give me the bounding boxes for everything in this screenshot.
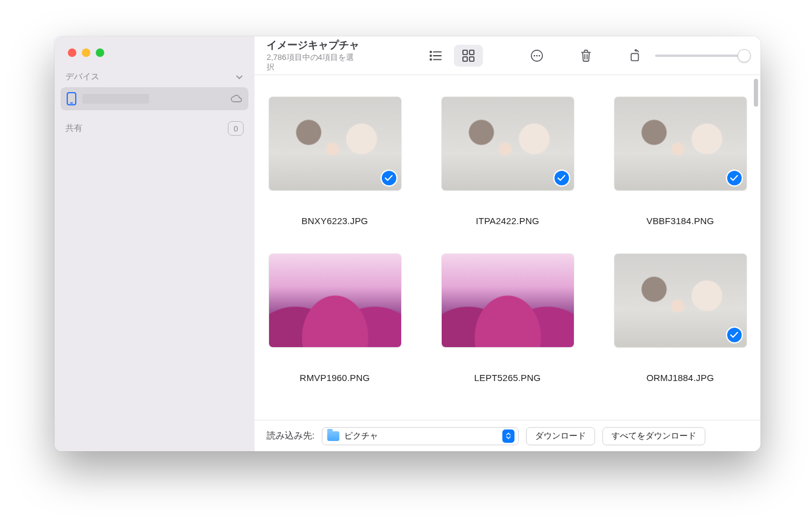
thumbnail-image[interactable] <box>442 97 574 190</box>
rotate-ccw-icon <box>628 49 642 62</box>
thumbnail-size-slider[interactable] <box>655 48 751 63</box>
delete-button[interactable] <box>572 45 599 67</box>
slider-thumb[interactable] <box>737 49 751 62</box>
window-controls <box>55 36 255 67</box>
svg-point-12 <box>536 55 537 56</box>
import-destination-value: ピクチャ <box>344 431 378 442</box>
more-actions-button[interactable] <box>523 45 550 67</box>
thumbnail-image[interactable] <box>442 254 574 347</box>
svg-point-0 <box>430 51 431 52</box>
list-icon <box>429 50 442 61</box>
select-stepper-icon <box>502 429 514 443</box>
thumbnail-image[interactable] <box>269 97 401 190</box>
thumbnail-filename: RMVP1960.PNG <box>300 373 370 383</box>
thumbnail-image[interactable] <box>614 97 747 190</box>
thumbnail-image[interactable] <box>614 254 747 347</box>
sidebar: デバイス 共有 0 <box>55 36 255 451</box>
shared-count-badge: 0 <box>228 121 244 136</box>
svg-rect-8 <box>463 56 467 61</box>
ellipsis-circle-icon <box>530 49 544 62</box>
grid-view-button[interactable] <box>454 45 483 67</box>
trash-icon <box>580 49 592 62</box>
thumbnail-filename: ORMJ1884.JPG <box>647 373 714 383</box>
svg-point-13 <box>538 55 540 56</box>
scrollbar-thumb[interactable] <box>754 79 758 107</box>
download-button[interactable]: ダウンロード <box>526 427 595 445</box>
selected-checkmark-icon <box>727 171 742 185</box>
thumbnail-cell[interactable]: ITPA2422.PNG <box>437 97 578 226</box>
app-title: イメージキャプチャ <box>267 39 361 51</box>
toolbar: イメージキャプチャ 2,786項目中の4項目を選択 <box>255 36 760 75</box>
thumbnail-grid: BNXY6223.JPGITPA2422.PNGVBBF3184.PNGRMVP… <box>264 97 751 383</box>
view-mode-segment <box>421 45 483 67</box>
svg-rect-16 <box>631 53 639 61</box>
close-window-button[interactable] <box>68 48 76 57</box>
thumbnail-filename: ITPA2422.PNG <box>476 216 539 226</box>
selected-checkmark-icon <box>554 171 569 185</box>
sidebar-section-label: デバイス <box>65 71 99 82</box>
download-all-button[interactable]: すべてをダウンロード <box>602 427 705 445</box>
svg-rect-6 <box>463 50 467 54</box>
svg-rect-7 <box>470 50 474 54</box>
sidebar-section-label: 共有 <box>65 123 82 134</box>
selected-checkmark-icon <box>382 171 396 185</box>
cloud-icon <box>230 94 242 103</box>
minimize-window-button[interactable] <box>82 48 90 57</box>
sidebar-section-shared[interactable]: 共有 0 <box>55 111 255 145</box>
device-name-redacted <box>82 94 149 104</box>
sidebar-section-devices[interactable]: デバイス <box>55 67 255 86</box>
thumbnail-filename: BNXY6223.JPG <box>302 216 368 226</box>
rotate-button[interactable] <box>621 45 648 67</box>
thumbnail-cell[interactable]: RMVP1960.PNG <box>264 254 405 383</box>
list-view-button[interactable] <box>421 45 450 67</box>
folder-icon <box>327 431 339 441</box>
thumbnail-cell[interactable]: BNXY6223.JPG <box>264 97 405 226</box>
title-block: イメージキャプチャ 2,786項目中の4項目を選択 <box>267 39 361 72</box>
selected-checkmark-icon <box>727 328 742 342</box>
thumbnail-image[interactable] <box>269 254 401 347</box>
chevron-down-icon <box>235 73 244 81</box>
svg-point-4 <box>430 59 431 60</box>
svg-point-11 <box>533 55 535 56</box>
thumbnail-filename: LEPT5265.PNG <box>474 373 541 383</box>
selection-status: 2,786項目中の4項目を選択 <box>267 53 361 71</box>
grid-icon <box>462 50 474 62</box>
import-destination-label: 読み込み先: <box>267 430 314 442</box>
thumbnail-cell[interactable]: ORMJ1884.JPG <box>610 254 751 383</box>
sidebar-item-device[interactable] <box>61 87 248 110</box>
app-window: デバイス 共有 0 イメージキャプチャ 2,786項目中の4項目を選択 <box>55 36 760 451</box>
thumbnail-cell[interactable]: LEPT5265.PNG <box>437 254 578 383</box>
iphone-icon <box>67 92 76 105</box>
thumbnail-cell[interactable]: VBBF3184.PNG <box>610 97 751 226</box>
svg-point-2 <box>430 55 431 56</box>
svg-rect-9 <box>470 56 474 61</box>
slider-track <box>655 55 751 57</box>
main-panel: イメージキャプチャ 2,786項目中の4項目を選択 <box>255 36 760 451</box>
thumbnail-filename: VBBF3184.PNG <box>647 216 714 226</box>
import-destination-select[interactable]: ピクチャ <box>322 427 519 445</box>
zoom-window-button[interactable] <box>96 48 104 57</box>
bottom-bar: 読み込み先: ピクチャ ダウンロード すべてをダウンロード <box>255 420 760 451</box>
thumbnail-grid-scroll[interactable]: BNXY6223.JPGITPA2422.PNGVBBF3184.PNGRMVP… <box>255 75 760 420</box>
